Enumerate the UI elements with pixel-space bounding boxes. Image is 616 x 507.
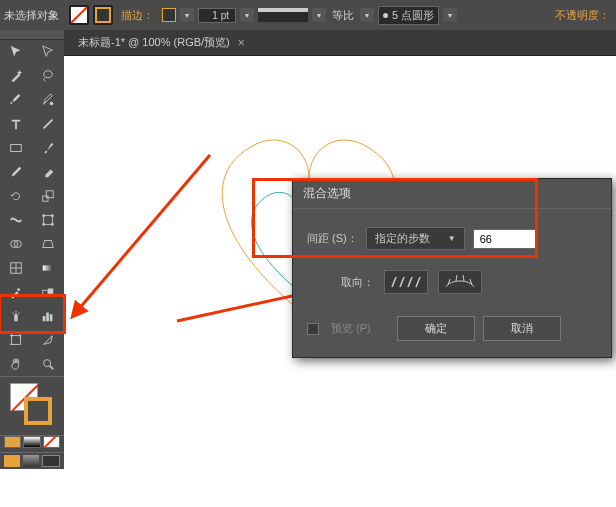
pen-tool[interactable]: [0, 88, 32, 112]
curvature-tool[interactable]: [32, 88, 64, 112]
ok-button[interactable]: 确定: [397, 316, 475, 341]
panel-grip[interactable]: [0, 30, 64, 40]
preview-label: 预览 (P): [331, 321, 371, 336]
stroke-weight-dropdown[interactable]: ▾: [240, 8, 254, 22]
selection-status: 未选择对象: [4, 8, 59, 23]
svg-rect-17: [46, 313, 49, 322]
brush-dropdown[interactable]: ▾: [443, 8, 457, 22]
spacing-label: 间距 (S)：: [307, 231, 358, 246]
document-tab-bar: 未标题-1* @ 100% (RGB/预览) ×: [0, 30, 616, 56]
lasso-tool[interactable]: [32, 64, 64, 88]
selection-tool[interactable]: [0, 40, 32, 64]
hand-tool[interactable]: [0, 352, 32, 376]
brush-selector[interactable]: 5 点圆形: [378, 6, 439, 25]
eraser-tool[interactable]: [32, 160, 64, 184]
shape-builder-tool[interactable]: [0, 232, 32, 256]
svg-rect-3: [46, 191, 53, 198]
eyedropper-tool[interactable]: [0, 280, 32, 304]
control-bar: 未选择对象 描边： ▾ 1 pt ▾ ▾ 等比 ▾ 5 点圆形 ▾ 不透明度：: [0, 0, 616, 30]
fill-swatch[interactable]: [69, 5, 89, 25]
svg-rect-4: [44, 216, 53, 225]
line-tool[interactable]: [32, 112, 64, 136]
scale-tool[interactable]: [32, 184, 64, 208]
svg-point-6: [51, 214, 54, 217]
orientation-label: 取向：: [341, 275, 374, 290]
tools-panel: [0, 30, 64, 469]
direct-selection-tool[interactable]: [32, 40, 64, 64]
zoom-tool[interactable]: [32, 352, 64, 376]
blend-options-dialog: 混合选项 间距 (S)： 指定的步数 ▼ 取向： 预览 (P) 确定 取消: [292, 178, 612, 358]
svg-point-5: [42, 214, 45, 217]
stroke-weight-input[interactable]: 1 pt: [198, 8, 236, 23]
spacing-value-input[interactable]: [473, 229, 537, 249]
pencil-tool[interactable]: [0, 160, 32, 184]
type-tool[interactable]: [0, 112, 32, 136]
free-transform-tool[interactable]: [32, 208, 64, 232]
color-mode-none[interactable]: [43, 436, 60, 448]
screen-mode-full[interactable]: [23, 455, 39, 467]
width-tool[interactable]: [0, 208, 32, 232]
document-tab[interactable]: 未标题-1* @ 100% (RGB/预览) ×: [70, 31, 253, 54]
profile-label: 等比: [332, 8, 354, 23]
rectangle-tool[interactable]: [0, 136, 32, 160]
stroke-swatch[interactable]: [93, 5, 113, 25]
screen-mode-presentation[interactable]: [42, 455, 60, 467]
spacing-mode-dropdown[interactable]: 指定的步数 ▼: [366, 227, 465, 250]
close-tab-icon[interactable]: ×: [238, 36, 245, 50]
magic-wand-tool[interactable]: [0, 64, 32, 88]
dialog-title: 混合选项: [293, 179, 611, 209]
chevron-down-icon: ▼: [448, 234, 456, 243]
stroke-label: 描边：: [121, 8, 154, 23]
blend-tool[interactable]: [32, 280, 64, 304]
svg-rect-13: [43, 290, 48, 295]
svg-rect-1: [11, 145, 22, 152]
slice-tool[interactable]: [32, 328, 64, 352]
stroke-indicator[interactable]: [24, 397, 52, 425]
stroke-color-swatch[interactable]: [162, 8, 176, 22]
svg-point-8: [51, 223, 54, 226]
svg-rect-12: [43, 265, 54, 270]
paintbrush-tool[interactable]: [32, 136, 64, 160]
svg-rect-14: [48, 289, 53, 294]
stroke-dash-preview[interactable]: [258, 8, 308, 22]
stroke-color-dropdown[interactable]: ▾: [180, 8, 194, 22]
mesh-tool[interactable]: [0, 256, 32, 280]
svg-point-7: [42, 223, 45, 226]
svg-point-0: [50, 102, 54, 106]
stroke-dash-dropdown[interactable]: ▾: [312, 8, 326, 22]
orientation-align-path[interactable]: [438, 270, 482, 294]
gradient-tool[interactable]: [32, 256, 64, 280]
svg-point-20: [44, 360, 51, 367]
preview-checkbox[interactable]: [307, 323, 319, 335]
rotate-tool[interactable]: [0, 184, 32, 208]
tab-title: 未标题-1* @ 100% (RGB/预览): [78, 35, 230, 50]
artboard-tool[interactable]: [0, 328, 32, 352]
svg-rect-16: [43, 316, 46, 321]
perspective-grid-tool[interactable]: [32, 232, 64, 256]
column-graph-tool[interactable]: [32, 304, 64, 328]
symbol-sprayer-tool[interactable]: [0, 304, 32, 328]
fill-stroke-indicator[interactable]: [8, 383, 56, 429]
svg-rect-19: [12, 336, 21, 345]
orientation-align-page[interactable]: [384, 270, 428, 294]
cancel-button[interactable]: 取消: [483, 316, 561, 341]
svg-rect-18: [50, 314, 53, 321]
opacity-label: 不透明度：: [555, 8, 610, 23]
color-mode-solid[interactable]: [4, 436, 21, 448]
screen-mode-normal[interactable]: [4, 455, 20, 467]
profile-dropdown[interactable]: ▾: [360, 8, 374, 22]
svg-rect-2: [43, 196, 48, 201]
svg-rect-15: [14, 314, 18, 321]
color-mode-gradient[interactable]: [23, 436, 40, 448]
